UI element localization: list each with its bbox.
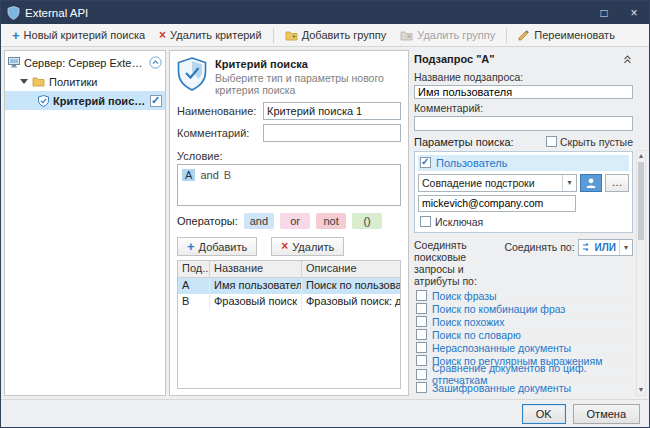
cancel-button[interactable]: Отмена [573, 404, 640, 424]
folder-delete-icon [400, 30, 413, 41]
column-header-name[interactable]: Название [210, 261, 302, 277]
rename-button[interactable]: Переименовать [511, 26, 622, 45]
operator-parens-button[interactable]: () [352, 213, 382, 229]
name-label: Наименование: [177, 105, 259, 117]
user-parameter-row[interactable]: Пользователь [418, 155, 629, 171]
join-by-label: Соединять по: [504, 241, 574, 253]
condition-token-b[interactable]: B [224, 169, 231, 181]
subquery-title: Подзапрос "А" [414, 53, 495, 65]
condition-editor[interactable]: A and B [177, 164, 401, 206]
option-checkbox[interactable] [416, 382, 427, 393]
criterion-checkbox[interactable] [150, 95, 162, 107]
pick-user-button[interactable] [580, 174, 602, 192]
tree-item-server[interactable]: Сервер: Сервер External API 1 [5, 53, 165, 72]
option-checkbox[interactable] [416, 303, 427, 314]
option-encrypted-documents[interactable]: Зашифрованные документы [414, 382, 633, 395]
scroll-up-icon[interactable]: ▲ [638, 151, 645, 161]
tree-item-criterion[interactable]: Критерий поиска 1 [5, 91, 165, 110]
search-params-label: Параметры поиска: [414, 136, 514, 148]
folder-icon [32, 76, 45, 87]
collapse-all-button[interactable] [622, 54, 633, 65]
condition-label: Условие: [177, 150, 401, 162]
tree-server-label: Сервер: Сервер External API 1 [24, 57, 145, 69]
hide-empty-toggle[interactable]: Скрыть пустые [546, 136, 633, 148]
delete-subquery-button[interactable]: × Удалить [271, 237, 344, 256]
close-button[interactable]: × [619, 1, 649, 24]
maximize-button[interactable]: □ [589, 1, 619, 24]
condition-token-a[interactable]: A [182, 169, 195, 181]
user-label[interactable]: Пользователь [436, 157, 507, 169]
subquery-name-label: Название подзапроса: [414, 71, 633, 83]
plus-icon: + [187, 241, 195, 252]
criterion-comment-input[interactable] [263, 124, 401, 142]
vertical-scrollbar[interactable]: ▲ ▼ [636, 150, 646, 396]
option-phrase-search[interactable]: Поиск фразы [414, 290, 633, 303]
user-value-input[interactable] [418, 195, 576, 212]
main-content: Сервер: Сервер External API 1 Политики [1, 47, 649, 399]
shield-large-icon [177, 57, 207, 96]
option-checkbox[interactable] [416, 290, 427, 301]
editor-title: Критерий поиска [215, 58, 401, 70]
exclude-toggle[interactable]: Исключая [418, 215, 629, 229]
add-group-button[interactable]: Добавить группу [278, 26, 394, 45]
hide-empty-checkbox[interactable] [546, 136, 557, 147]
subquery-name-input[interactable] [414, 85, 633, 99]
column-header-desc[interactable]: Описание [302, 261, 400, 277]
table-row[interactable]: A Имя пользователя Поиск по пользователя… [178, 278, 400, 294]
subquery-table: Под... Название Описание A Имя пользоват… [177, 260, 401, 389]
option-phrase-combination[interactable]: Поиск по комбинации фраз [414, 303, 633, 316]
table-row[interactable]: B Фразовый поиск Фразовый поиск: договор [178, 294, 400, 310]
match-mode-select[interactable]: Совпадение подстроки ▾ [418, 174, 577, 192]
tree-criterion-label: Критерий поиска 1 [53, 95, 146, 107]
option-unrecognized-documents[interactable]: Нераспознанные документы [414, 342, 633, 355]
toolbar: + Новый критерий поиска × Удалить критер… [1, 24, 649, 47]
table-empty-area [178, 310, 400, 388]
option-checkbox[interactable] [416, 316, 427, 327]
collapse-circle-button[interactable] [149, 56, 162, 69]
join-queries-label: Соединять поисковые запросы и атрибуты п… [414, 239, 500, 287]
subquery-panel: Подзапрос "А" Название подзапроса: Комме… [412, 50, 646, 396]
exclude-checkbox[interactable] [420, 216, 431, 227]
scrollbar-thumb[interactable] [638, 162, 644, 240]
join-by-select[interactable]: ИЛИ ▾ [578, 239, 633, 256]
option-checkbox[interactable] [416, 355, 427, 366]
scroll-down-icon[interactable]: ▼ [638, 385, 645, 395]
dialog-window: External API □ × + Новый критерий поиска… [0, 0, 650, 428]
operator-and-button[interactable]: and [244, 213, 274, 229]
option-dictionary-search[interactable]: Поиск по словарю [414, 329, 633, 342]
user-parameter-group: Пользователь Совпадение подстроки ▾ … [414, 151, 633, 233]
plus-icon: + [12, 30, 20, 41]
column-header-id[interactable]: Под... [178, 261, 210, 277]
user-checkbox[interactable] [420, 157, 431, 168]
option-similar-search[interactable]: Поиск похожих [414, 316, 633, 329]
folder-add-icon [285, 30, 298, 41]
operator-not-button[interactable]: not [316, 213, 346, 229]
criterion-name-input[interactable] [263, 102, 401, 120]
option-fingerprint-compare[interactable]: Сравнение документов по циф. отпечаткам [414, 368, 633, 382]
expander-icon[interactable] [20, 79, 28, 84]
ok-button[interactable]: OK [522, 404, 566, 424]
browse-button[interactable]: … [605, 174, 629, 192]
window-title: External API [25, 7, 88, 19]
new-criterion-button[interactable]: + Новый критерий поиска [5, 26, 152, 45]
criterion-editor: Критерий поиска Выберите тип и параметры… [169, 50, 409, 396]
scrollbar-track[interactable] [637, 161, 645, 385]
delete-icon: × [281, 241, 288, 252]
table-header[interactable]: Под... Название Описание [178, 261, 400, 278]
operators-label: Операторы: [177, 215, 238, 227]
editor-header: Критерий поиска Выберите тип и параметры… [177, 57, 401, 96]
subquery-comment-label: Комментарий: [414, 102, 633, 114]
add-subquery-button[interactable]: + Добавить [177, 237, 257, 256]
option-checkbox[interactable] [416, 342, 427, 353]
chevron-down-icon: ▾ [619, 240, 632, 255]
delete-criterion-button[interactable]: × Удалить критерий [152, 26, 269, 45]
delete-icon: × [159, 30, 166, 41]
option-checkbox[interactable] [416, 329, 427, 340]
subquery-comment-input[interactable] [414, 116, 633, 130]
option-checkbox[interactable] [416, 369, 427, 380]
params-scroll-area[interactable]: Пользователь Совпадение подстроки ▾ … [414, 151, 633, 396]
operator-or-button[interactable]: or [280, 213, 310, 229]
delete-group-button[interactable]: Удалить группу [393, 26, 502, 45]
title-bar[interactable]: External API □ × [1, 1, 649, 24]
tree-item-policies[interactable]: Политики [5, 72, 165, 91]
